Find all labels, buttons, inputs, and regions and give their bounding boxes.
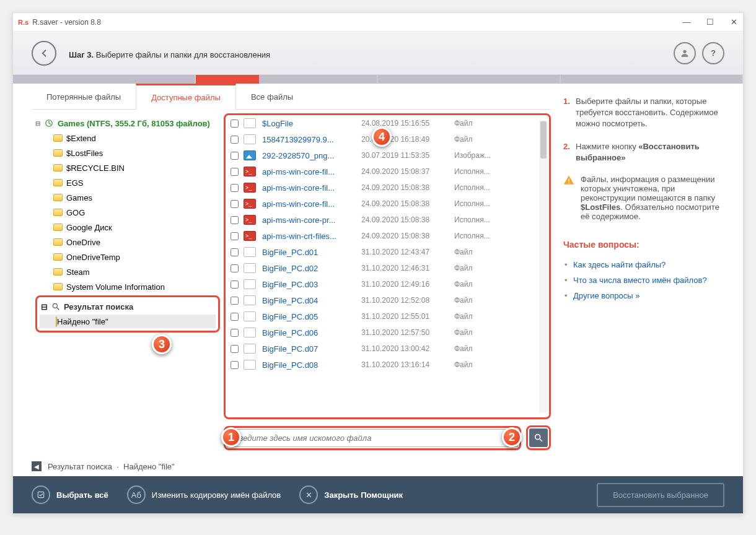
tab-available-files[interactable]: Доступные файлы — [136, 84, 236, 110]
file-checkbox[interactable] — [231, 345, 239, 353]
file-date: 30.07.2019 11:53:35 — [361, 151, 454, 160]
maximize-button[interactable]: ☐ — [706, 17, 714, 27]
tree-folder[interactable]: Steam — [35, 264, 220, 279]
help-button[interactable]: ? — [702, 42, 724, 64]
footer: Выбрать всё Aб Изменить кодировку имён ф… — [13, 476, 743, 513]
breadcrumb-back-icon[interactable]: ◀ — [32, 461, 42, 471]
tree-root[interactable]: ⊟ Games (NTFS, 355.2 Гб, 81053 файлов) — [35, 116, 220, 131]
file-date: 24.09.2020 15:08:38 — [361, 232, 454, 240]
tree-search-result[interactable]: ⊟ Результат поиска — [40, 300, 216, 313]
back-button[interactable] — [32, 41, 56, 66]
file-type: Файл — [454, 280, 473, 289]
file-list[interactable]: $LogFile24.08.2019 15:16:55Файл158471392… — [224, 113, 551, 419]
file-row[interactable]: BigFile_PC.d0431.10.2020 12:52:08Файл — [226, 292, 549, 308]
tab-all-files[interactable]: Все файлы — [236, 85, 308, 109]
file-row[interactable]: BigFile_PC.d0231.10.2020 12:46:31Файл — [226, 260, 549, 276]
svg-line-3 — [57, 308, 59, 310]
file-name: BigFile_PC.d04 — [262, 296, 361, 305]
file-icon — [244, 311, 256, 321]
file-date: 24.09.2020 15:08:38 — [361, 183, 454, 192]
file-checkbox[interactable] — [231, 136, 239, 144]
tree-folder[interactable]: $LostFiles — [35, 146, 220, 160]
file-name: BigFile_PC.d03 — [262, 280, 361, 289]
breadcrumb: ◀ Результат поиска · Найдено "file" — [32, 456, 551, 476]
file-checkbox[interactable] — [231, 216, 239, 224]
file-row[interactable]: 292-2928570_png...30.07.2019 11:53:35Изо… — [226, 147, 549, 163]
file-type: Файл — [454, 296, 473, 305]
file-date: 24.09.2020 15:08:37 — [361, 167, 454, 176]
callout-1: 1 — [221, 427, 241, 447]
file-row[interactable]: BigFile_PC.d0631.10.2020 12:57:50Файл — [226, 324, 549, 341]
file-checkbox[interactable] — [231, 329, 239, 337]
account-button[interactable] — [674, 42, 696, 64]
file-checkbox[interactable] — [231, 281, 239, 289]
tree-folder[interactable]: $RECYCLE.BIN — [35, 160, 220, 175]
tree-folder[interactable]: GOG — [35, 205, 220, 220]
warning-icon — [563, 175, 574, 186]
file-type: Исполня... — [454, 199, 490, 208]
faq-link[interactable]: Что за числа вместо имён файлов? — [563, 272, 724, 288]
faq-link[interactable]: Другие вопросы » — [563, 288, 724, 303]
file-date: 24.09.2020 15:08:38 — [361, 199, 454, 208]
file-name: 1584713929979.9... — [262, 135, 361, 144]
file-icon — [244, 247, 256, 257]
file-row[interactable]: BigFile_PC.d0831.10.2020 13:16:14Файл — [226, 357, 549, 373]
page-title: Шаг 3. Выберите файлы и папки для восста… — [69, 45, 270, 61]
search-input[interactable] — [227, 429, 518, 447]
file-checkbox[interactable] — [231, 297, 239, 305]
file-row[interactable]: api-ms-win-core-fil...24.09.2020 15:08:3… — [226, 180, 549, 196]
tree-folder[interactable]: EGS — [35, 175, 220, 190]
file-row[interactable]: BigFile_PC.d0531.10.2020 12:55:01Файл — [226, 308, 549, 324]
search-button[interactable] — [529, 428, 548, 447]
tree-folder[interactable]: Google Диск — [35, 220, 220, 235]
tree-folder[interactable]: OneDrive — [35, 235, 220, 250]
folder-tree[interactable]: ⊟ Games (NTFS, 355.2 Гб, 81053 файлов) $… — [32, 110, 224, 422]
tab-lost-files[interactable]: Потерянные файлы — [32, 85, 136, 109]
restore-selected-button[interactable]: Восстановить выбранное — [597, 483, 724, 507]
tree-folder[interactable]: OneDriveTemp — [35, 250, 220, 264]
close-assistant-button[interactable]: ✕ Закрыть Помощник — [299, 485, 403, 504]
close-button[interactable]: ✕ — [729, 17, 738, 27]
file-row[interactable]: BigFile_PC.d0731.10.2020 13:00:42Файл — [226, 341, 549, 357]
change-encoding-button[interactable]: Aб Изменить кодировку имён файлов — [127, 485, 281, 504]
tree-folder[interactable]: System Volume Information — [35, 279, 220, 294]
select-all-button[interactable]: Выбрать всё — [32, 485, 108, 504]
tabs: Потерянные файлы Доступные файлы Все фай… — [32, 84, 551, 110]
tree-folder[interactable]: $Extend — [35, 131, 220, 146]
file-checkbox[interactable] — [231, 184, 239, 192]
callout-4: 4 — [372, 127, 392, 147]
file-checkbox[interactable] — [231, 120, 239, 128]
file-checkbox[interactable] — [231, 168, 239, 176]
file-row[interactable]: api-ms-win-core-pr...24.09.2020 15:08:38… — [226, 212, 549, 228]
file-row[interactable]: BigFile_PC.d0331.10.2020 12:49:16Файл — [226, 276, 549, 292]
file-name: api-ms-win-crt-files... — [262, 232, 361, 241]
file-date: 31.10.2020 12:55:01 — [361, 312, 454, 321]
svg-point-2 — [53, 303, 57, 308]
file-row[interactable]: api-ms-win-core-fil...24.09.2020 15:08:3… — [226, 163, 549, 180]
file-checkbox[interactable] — [231, 152, 239, 160]
file-row[interactable]: BigFile_PC.d0131.10.2020 12:43:47Файл — [226, 244, 549, 260]
file-checkbox[interactable] — [231, 232, 239, 240]
faq-link[interactable]: Как здесь найти файлы? — [563, 257, 724, 272]
file-name: BigFile_PC.d05 — [262, 312, 361, 321]
file-date: 31.10.2020 12:49:16 — [361, 280, 454, 289]
file-checkbox[interactable] — [231, 264, 239, 272]
file-checkbox[interactable] — [231, 313, 239, 321]
file-row[interactable]: api-ms-win-core-fil...24.09.2020 15:08:3… — [226, 196, 549, 212]
file-checkbox[interactable] — [231, 361, 239, 369]
file-icon — [244, 215, 256, 225]
file-icon — [244, 134, 256, 144]
file-name: BigFile_PC.d02 — [262, 264, 361, 273]
tree-folder[interactable]: Games — [35, 190, 220, 205]
file-type: Исполня... — [454, 232, 490, 240]
file-checkbox[interactable] — [231, 200, 239, 208]
file-type: Файл — [454, 248, 473, 256]
file-row[interactable]: api-ms-win-crt-files...24.09.2020 15:08:… — [226, 228, 549, 244]
file-type: Файл — [454, 344, 473, 353]
minimize-button[interactable]: — — [682, 17, 691, 27]
encoding-icon: Aб — [127, 485, 146, 504]
file-list-scrollbar[interactable] — [539, 120, 548, 412]
file-icon — [244, 263, 256, 273]
tree-search-found[interactable]: Найдено "file" — [40, 315, 216, 328]
file-checkbox[interactable] — [231, 248, 239, 256]
